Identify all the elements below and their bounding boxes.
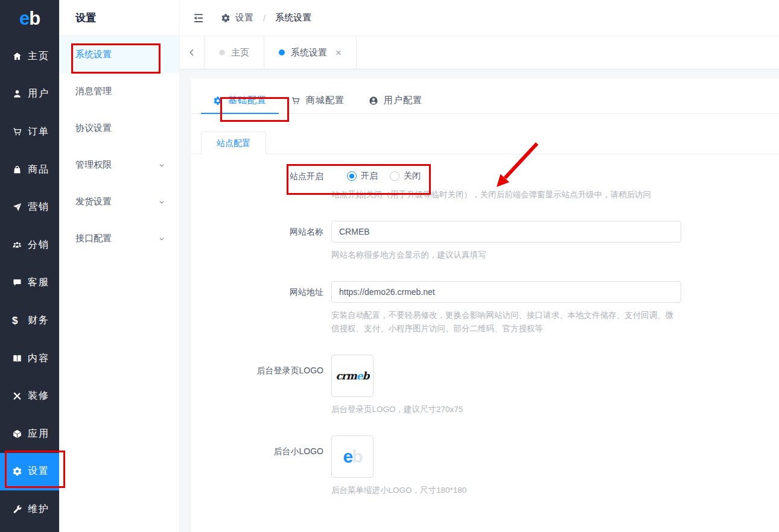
submenu-nav: 系统设置消息管理协议设置管理权限发货设置接口配置	[59, 36, 179, 257]
tab-mall-config[interactable]: 商城配置	[279, 89, 357, 113]
sidebar-item-label: 装修	[28, 390, 49, 402]
sidebar-item-label: 商品	[28, 163, 49, 176]
sidebar-item-user[interactable]: 用户	[0, 75, 59, 113]
settings-icon	[12, 466, 22, 477]
form-row-login-logo: 后台登录页LOGO crmeb 后台登录页LOGO，建议尺寸270x75	[191, 355, 779, 416]
tab-user-config[interactable]: 用户配置	[357, 89, 434, 113]
sidebar-item-finance[interactable]: $财务	[0, 302, 59, 340]
form-row-site-name: 网站名称 网站名称很多地方会显示的，建议认真填写	[191, 221, 779, 262]
marketing-icon	[12, 202, 22, 212]
sidebar-item-goods[interactable]: 商品	[0, 151, 59, 189]
breadcrumb-section[interactable]: 设置	[235, 12, 253, 24]
submenu-item-system-settings[interactable]: 系统设置	[59, 36, 179, 73]
site-status-label: 站点开启	[191, 170, 331, 201]
subtab-row: 站点配置	[191, 131, 779, 154]
chevron-down-icon	[157, 161, 166, 169]
radio-circle-close	[390, 171, 399, 181]
form-row-site-url: 网站地址 安装自动配置，不要轻易修改，更换会影响网站访问、接口请求、本地文件储存…	[191, 281, 779, 335]
sidebar-item-label: 营销	[28, 201, 49, 214]
small-logo-help: 后台菜单缩进小LOGO，尺寸180*180	[331, 484, 466, 497]
login-logo-upload[interactable]: crmeb	[331, 355, 374, 397]
submenu-item-message-management[interactable]: 消息管理	[59, 73, 179, 110]
sidebar-item-decoration[interactable]: 装修	[0, 377, 59, 415]
main-area: 设置 / 系统设置 主页系统设置× 基础配置商城配置用户配置 站点配置 站点开启	[180, 0, 779, 532]
form-row-small-logo: 后台小LOGO eb 后台菜单缩进小LOGO，尺寸180*180	[191, 435, 779, 497]
login-logo-help: 后台登录页LOGO，建议尺寸270x75	[331, 403, 463, 416]
radio-site-open[interactable]: 开启	[347, 171, 378, 182]
page-tab-system-settings[interactable]: 系统设置×	[264, 36, 357, 69]
breadcrumb-separator: /	[263, 13, 265, 23]
page-tabs-list: 主页系统设置×	[204, 36, 357, 69]
settings-form: 站点开启 开启 关闭 站点开始|关闭（用于升级等临	[191, 170, 779, 497]
sidebar-item-order[interactable]: 订单	[0, 113, 59, 151]
sidebar-item-settings[interactable]: 设置	[0, 453, 59, 491]
crmeb-logo-image: crmeb	[335, 370, 369, 382]
sidebar-item-distribution[interactable]: 分销	[0, 226, 59, 264]
breadcrumb: 设置 / 系统设置	[221, 12, 311, 24]
gear-icon	[213, 96, 223, 106]
site-status-help: 站点开始|关闭（用于升级等临时关闭），关闭后前端会弹窗显示站点升级中，请稍后访问	[331, 188, 651, 201]
submenu-item-admin-permissions[interactable]: 管理权限	[59, 147, 179, 183]
goods-icon	[12, 165, 22, 175]
submenu-item-label: 管理权限	[75, 159, 112, 171]
submenu-item-label: 协议设置	[75, 122, 112, 134]
submenu-item-label: 系统设置	[75, 49, 112, 60]
radio-circle-open	[347, 171, 357, 181]
sidebar-item-label: 内容	[28, 352, 49, 365]
config-tabs: 基础配置商城配置用户配置	[191, 89, 779, 114]
service-icon	[12, 277, 22, 288]
page-tabs-bar: 主页系统设置×	[180, 36, 779, 69]
page-tab-label: 系统设置	[291, 47, 327, 59]
tab-status-dot	[279, 49, 285, 55]
sidebar-item-home[interactable]: 主页	[0, 37, 59, 75]
cart-icon	[291, 96, 300, 106]
content-card: 基础配置商城配置用户配置 站点配置 站点开启 开启	[191, 78, 779, 532]
tab-basic-config[interactable]: 基础配置	[201, 89, 279, 113]
small-logo-upload[interactable]: eb	[331, 435, 374, 478]
tab-site-config[interactable]: 站点配置	[201, 131, 266, 154]
radio-label-close: 关闭	[404, 171, 421, 182]
radio-label-open: 开启	[361, 171, 378, 182]
login-logo-label: 后台登录页LOGO	[191, 355, 331, 416]
site-name-input[interactable]	[331, 221, 681, 242]
site-url-input[interactable]	[331, 281, 681, 303]
close-icon[interactable]: ×	[335, 48, 342, 58]
sidebar-item-label: 设置	[28, 465, 49, 478]
sidebar-item-service[interactable]: 客服	[0, 264, 59, 302]
radio-site-close[interactable]: 关闭	[390, 171, 421, 182]
user-icon	[12, 89, 22, 99]
chevron-down-icon	[157, 198, 166, 206]
tab-status-dot	[219, 49, 225, 55]
tab-label: 用户配置	[384, 95, 422, 106]
logo-letter-b: b	[29, 8, 40, 30]
submenu-item-agreement-settings[interactable]: 协议设置	[59, 110, 179, 147]
breadcrumb-page: 系统设置	[275, 12, 311, 24]
sidebar-item-label: 客服	[28, 276, 49, 289]
site-status-radio-group: 开启 关闭	[331, 170, 651, 182]
small-logo-label: 后台小LOGO	[191, 435, 331, 497]
settings-submenu: 设置 系统设置消息管理协议设置管理权限发货设置接口配置	[59, 0, 180, 532]
tab-label: 商城配置	[306, 95, 345, 106]
sidebar-item-content[interactable]: 内容	[0, 340, 59, 378]
submenu-item-api-config[interactable]: 接口配置	[59, 220, 179, 257]
decoration-icon	[12, 391, 22, 401]
app-logo[interactable]: eb	[0, 0, 59, 37]
site-url-label: 网站地址	[191, 281, 331, 335]
app-icon	[12, 429, 22, 439]
maintenance-icon	[12, 504, 22, 515]
chevron-left-icon[interactable]	[180, 36, 204, 69]
menu-fold-icon[interactable]	[192, 11, 205, 25]
sidebar-item-maintenance[interactable]: 维护	[0, 490, 59, 528]
site-name-help: 网站名称很多地方会显示的，建议认真填写	[331, 249, 674, 262]
site-url-help: 安装自动配置，不要轻易修改，更换会影响网站访问、接口请求、本地文件储存、支付回调…	[331, 309, 674, 335]
page-tab-home[interactable]: 主页	[204, 36, 264, 69]
cart-icon	[12, 127, 22, 137]
sidebar-nav: 主页用户订单商品营销分销客服$财务内容装修应用设置维护	[0, 37, 59, 528]
sidebar-item-marketing[interactable]: 营销	[0, 188, 59, 226]
sidebar-item-application[interactable]: 应用	[0, 415, 59, 453]
sidebar-item-label: 维护	[28, 503, 49, 516]
logo-letter-e: e	[19, 8, 29, 30]
home-icon	[12, 51, 22, 62]
sidebar-item-label: 用户	[28, 87, 49, 100]
submenu-item-delivery-settings[interactable]: 发货设置	[59, 183, 179, 220]
